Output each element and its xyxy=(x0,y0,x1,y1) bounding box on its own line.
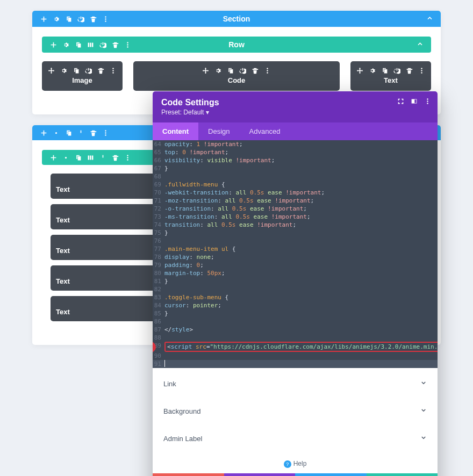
accordion: LinkBackgroundAdmin Label xyxy=(153,368,438,455)
duplicate-icon[interactable] xyxy=(381,67,389,74)
power-icon[interactable] xyxy=(239,67,247,74)
module-text[interactable]: Text xyxy=(350,61,431,91)
power-icon[interactable] xyxy=(85,67,92,74)
help-link[interactable]: ?Help xyxy=(153,455,438,473)
tab-advanced[interactable]: Advanced xyxy=(240,122,290,140)
power-icon[interactable] xyxy=(99,41,106,48)
dots-icon[interactable] xyxy=(418,67,426,74)
modal-preset[interactable]: Preset: Default ▾ xyxy=(161,109,429,116)
svg-point-14 xyxy=(421,72,422,73)
duplicate-icon[interactable] xyxy=(74,154,82,161)
dots-icon[interactable] xyxy=(124,154,131,161)
svg-point-13 xyxy=(421,70,422,71)
accordion-label: Admin Label xyxy=(163,435,202,443)
gear-icon[interactable] xyxy=(52,15,60,23)
svg-point-16 xyxy=(105,132,106,133)
module-label: Text xyxy=(356,76,426,84)
row-bar: Row xyxy=(42,37,431,53)
module-code[interactable]: Code xyxy=(133,61,340,91)
gear-icon[interactable] xyxy=(60,67,68,74)
code-editor[interactable]: 64opacity: 1 !important;65top: 0 !import… xyxy=(153,140,438,368)
trash-icon[interactable] xyxy=(97,67,105,74)
accordion-item[interactable]: Admin Label xyxy=(153,425,438,452)
save-button[interactable] xyxy=(367,473,438,476)
svg-point-7 xyxy=(112,70,113,71)
add-icon[interactable] xyxy=(49,154,57,161)
svg-point-20 xyxy=(127,159,128,160)
svg-point-11 xyxy=(267,72,268,73)
gear-icon[interactable] xyxy=(62,154,69,161)
svg-point-10 xyxy=(267,70,268,71)
chevron-down-icon xyxy=(420,380,427,388)
modal-footer xyxy=(153,473,438,476)
sidebar-icon[interactable] xyxy=(411,98,418,106)
trash-icon[interactable] xyxy=(406,67,413,74)
modal-title: Code Settings xyxy=(161,98,429,107)
expand-icon[interactable] xyxy=(397,98,404,106)
modal-tabs: Content Design Advanced xyxy=(153,122,438,140)
gear-icon[interactable] xyxy=(214,67,222,74)
module-image[interactable]: Image xyxy=(42,61,123,91)
redo-button[interactable] xyxy=(295,473,367,476)
module-label: Code xyxy=(139,76,334,84)
trash-icon[interactable] xyxy=(89,129,97,136)
dots-icon[interactable] xyxy=(424,98,431,106)
svg-point-5 xyxy=(127,46,128,47)
chevron-up-icon[interactable] xyxy=(417,40,424,49)
columns-icon[interactable] xyxy=(87,41,94,48)
duplicate-icon[interactable] xyxy=(64,15,72,23)
move-icon[interactable] xyxy=(202,67,210,74)
section-bar: Section xyxy=(32,11,441,27)
dots-icon[interactable] xyxy=(264,67,271,74)
power-icon[interactable] xyxy=(77,15,84,23)
power-icon[interactable] xyxy=(393,67,401,74)
move-icon[interactable] xyxy=(48,67,55,74)
trash-icon[interactable] xyxy=(89,15,97,23)
columns-icon[interactable] xyxy=(87,154,94,161)
modal-header[interactable]: Code Settings Preset: Default ▾ xyxy=(153,91,438,122)
gear-icon[interactable] xyxy=(369,67,376,74)
accordion-item[interactable]: Background xyxy=(153,398,438,425)
svg-point-2 xyxy=(105,20,106,21)
help-icon: ? xyxy=(284,460,291,468)
dots-icon[interactable] xyxy=(124,41,131,48)
chevron-down-icon xyxy=(420,407,427,415)
duplicate-icon[interactable] xyxy=(74,41,82,48)
undo-button[interactable] xyxy=(224,473,296,476)
svg-point-36 xyxy=(427,98,428,99)
svg-point-3 xyxy=(127,42,128,43)
code-settings-modal: Code Settings Preset: Default ▾ Content … xyxy=(153,91,438,476)
svg-point-6 xyxy=(112,68,113,69)
power-icon[interactable] xyxy=(99,154,106,161)
dots-icon[interactable] xyxy=(102,15,109,23)
move-icon[interactable] xyxy=(356,67,364,74)
accordion-label: Background xyxy=(163,407,200,415)
gear-icon[interactable] xyxy=(62,41,69,48)
duplicate-icon[interactable] xyxy=(73,67,80,74)
trash-icon[interactable] xyxy=(111,154,119,161)
add-icon[interactable] xyxy=(49,41,57,48)
dots-icon[interactable] xyxy=(102,129,109,136)
tab-design[interactable]: Design xyxy=(198,122,239,140)
svg-point-17 xyxy=(105,134,106,135)
trash-icon[interactable] xyxy=(111,41,119,48)
duplicate-icon[interactable] xyxy=(64,129,72,136)
power-icon[interactable] xyxy=(77,129,84,136)
module-label: Image xyxy=(47,76,117,84)
svg-point-15 xyxy=(105,130,106,131)
chevron-down-icon xyxy=(420,435,427,443)
svg-point-8 xyxy=(112,72,113,73)
add-icon[interactable] xyxy=(40,129,47,136)
gear-icon[interactable] xyxy=(52,129,60,136)
svg-point-0 xyxy=(105,16,106,17)
dots-icon[interactable] xyxy=(110,67,117,74)
duplicate-icon[interactable] xyxy=(227,67,234,74)
trash-icon[interactable] xyxy=(252,67,259,74)
tab-content[interactable]: Content xyxy=(153,122,198,140)
accordion-item[interactable]: Link xyxy=(153,370,438,398)
chevron-up-icon[interactable] xyxy=(426,15,433,23)
svg-point-1 xyxy=(105,18,106,19)
svg-point-18 xyxy=(127,155,128,156)
add-icon[interactable] xyxy=(40,15,47,23)
cancel-button[interactable] xyxy=(153,473,224,476)
